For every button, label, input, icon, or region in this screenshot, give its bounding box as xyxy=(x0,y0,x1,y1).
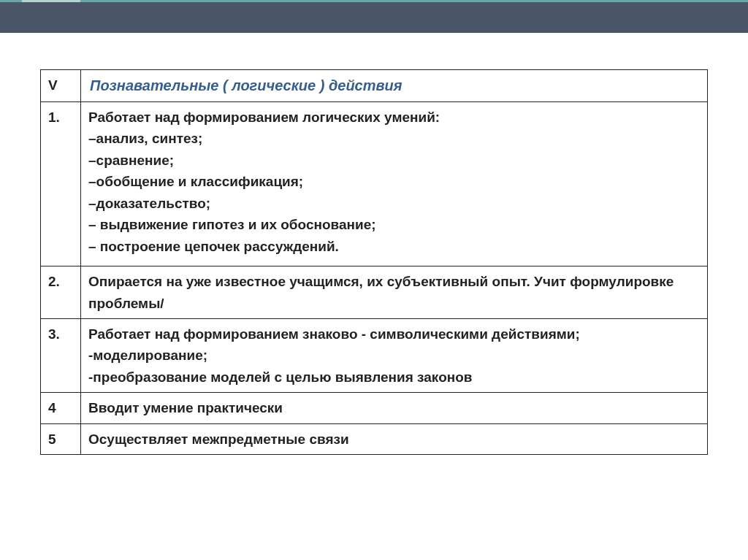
table-row: 5 Осуществляет межпредметные связи xyxy=(41,423,708,454)
row-number: 1. xyxy=(41,102,81,266)
slide-content: V Познавательные ( логические ) действия… xyxy=(0,33,748,455)
decorative-top-bar xyxy=(0,0,748,33)
content-line: -моделирование; xyxy=(88,345,700,366)
row-number: 5 xyxy=(41,423,81,454)
row-number: 4 xyxy=(41,393,81,423)
row-content: Работает над формированием знаково - сим… xyxy=(81,318,708,392)
table-row: 4 Вводит умение практически xyxy=(41,393,708,423)
row-content: Вводит умение практически xyxy=(81,393,708,423)
content-line: –сравнение; xyxy=(88,150,700,171)
header-roman: V xyxy=(41,70,81,102)
table-row: 3. Работает над формированием знаково - … xyxy=(41,318,708,392)
header-title: Познавательные ( логические ) действия xyxy=(81,70,708,102)
content-line: Работает над формированием логических ум… xyxy=(88,107,700,128)
table-header-row: V Познавательные ( логические ) действия xyxy=(41,70,708,102)
content-line: – построение цепочек рассуждений. xyxy=(88,236,700,257)
row-content: Осуществляет межпредметные связи xyxy=(81,423,708,454)
table-row: 1. Работает над формированием логических… xyxy=(41,102,708,266)
content-line: –анализ, синтез; xyxy=(88,128,700,149)
table-row: 2. Опирается на уже известное учащимся, … xyxy=(41,266,708,319)
row-content: Работает над формированием логических ум… xyxy=(81,102,708,266)
content-line: –обобщение и классификация; xyxy=(88,171,700,192)
row-content: Опирается на уже известное учащимся, их … xyxy=(81,266,708,319)
row-number: 3. xyxy=(41,318,81,392)
row-number: 2. xyxy=(41,266,81,319)
content-line: –доказательство; xyxy=(88,193,700,214)
content-line: -преобразование моделей с целью выявлени… xyxy=(88,367,700,388)
content-table: V Познавательные ( логические ) действия… xyxy=(40,69,708,455)
content-line: – выдвижение гипотез и их обоснование; xyxy=(88,214,700,235)
content-line: Работает над формированием знаково - сим… xyxy=(88,323,700,345)
